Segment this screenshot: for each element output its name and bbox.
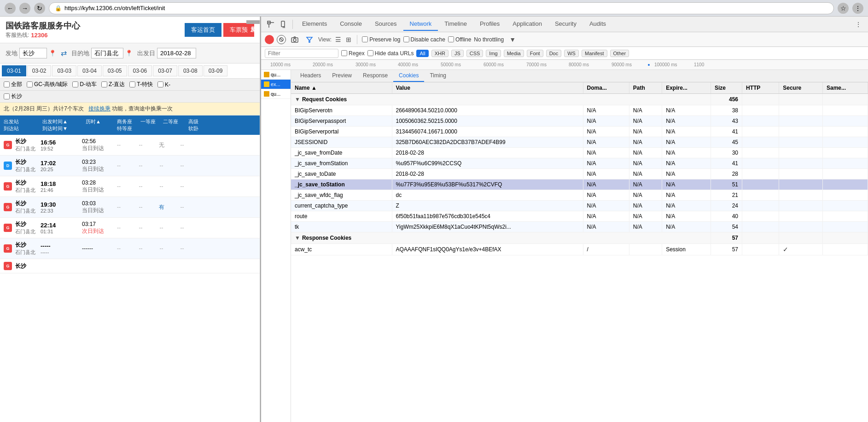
to-input[interactable] — [91, 48, 123, 58]
camera-icon[interactable] — [289, 34, 301, 46]
cookie-row[interactable]: current_captcha_type Z N/AN/AN/A 24 — [291, 201, 868, 211]
view-list-button[interactable]: ☰ — [334, 35, 342, 44]
view-grid-button[interactable]: ⊞ — [345, 35, 352, 44]
tab-sources[interactable]: Sources — [368, 17, 403, 31]
filter-d[interactable]: D-动车 — [72, 81, 97, 88]
cookie-row[interactable]: _jc_save_fromDate 2018-02-28 N/AN/AN/A 3… — [291, 148, 868, 158]
tab-elements[interactable]: Elements — [296, 17, 333, 31]
tab-profiles[interactable]: Profiles — [473, 17, 506, 31]
cookie-row[interactable]: BIGipServerotn 2664890634.50210.0000 N/A… — [291, 105, 868, 116]
train-row[interactable]: G 长沙 — [0, 259, 260, 273]
train-row[interactable]: G 长沙石门县北 16:5619:52 02:56当日到达 -- -- 无 -- — [0, 135, 260, 156]
filter-input[interactable] — [265, 49, 338, 58]
filter-type-media[interactable]: Media — [504, 50, 524, 57]
cookie-row[interactable]: JSESSIONID 325B7D60AEC382DA2DCB37B7ADEF4… — [291, 137, 868, 148]
date-tab-5[interactable]: 03-06 — [128, 65, 152, 76]
filter-type-css[interactable]: CSS — [466, 50, 484, 57]
disable-cache-checkbox[interactable]: Disable cache — [403, 36, 445, 43]
filter-z[interactable]: Z-直达 — [101, 81, 125, 88]
timeline-indicator — [648, 64, 650, 66]
cookie-row[interactable]: route 6f50b51faa11b987e576cdb301e545c4 N… — [291, 211, 868, 222]
cookie-row[interactable]: _jc_save_toDate 2018-02-28 N/AN/AN/A 28 — [291, 169, 868, 179]
more-tabs-button[interactable]: ⋮ — [852, 18, 864, 30]
filter-type-ws[interactable]: WS — [564, 50, 579, 57]
cookie-value: 6f50b51faa11b987e576cdb301e545c4 — [392, 211, 583, 222]
tab-timeline[interactable]: Timeline — [438, 17, 473, 31]
offline-checkbox[interactable]: Offline — [448, 36, 471, 43]
filter-type-font[interactable]: Font — [527, 50, 543, 57]
feedback-btn[interactable]: 意见反 — [246, 20, 260, 24]
tab-console[interactable]: Console — [333, 17, 368, 31]
filter-t[interactable]: T-特快 — [129, 81, 153, 88]
date-tab-7[interactable]: 03-08 — [178, 65, 203, 76]
filter-type-xhr[interactable]: XHR — [431, 50, 449, 57]
subtab-headers[interactable]: Headers — [295, 70, 326, 82]
col-size: Size — [711, 82, 742, 94]
filter-type-doc[interactable]: Doc — [546, 50, 562, 57]
record-button[interactable] — [265, 35, 274, 44]
nav-btn-ticket[interactable]: 车票预 — [223, 23, 254, 37]
date-input[interactable] — [157, 48, 196, 58]
filter-type-all[interactable]: All — [416, 50, 428, 57]
cookie-row[interactable]: BIGipServerportal 3134456074.16671.0000 … — [291, 127, 868, 137]
filter-type-img[interactable]: Img — [486, 50, 501, 57]
cookie-row[interactable]: _jc_save_wfdc_flag dc N/AN/AN/A 21 — [291, 190, 868, 201]
cookie-domain: N/A — [583, 105, 629, 116]
request-item-2[interactable]: qu... — [261, 89, 291, 99]
cookie-row-highlight[interactable]: _jc_save_toStation %u77F3%u95E8%u53BF%u5… — [291, 179, 868, 190]
swap-icon[interactable]: ⇄ — [61, 49, 67, 58]
hide-data-urls-checkbox[interactable]: Hide data URLs — [367, 50, 414, 57]
date-tab-1[interactable]: 03-02 — [27, 65, 52, 76]
nav-btn-passenger[interactable]: 客运首页 — [185, 23, 221, 37]
tab-network[interactable]: Network — [403, 17, 438, 31]
train-row[interactable]: G 长沙石门县北 18:1821:46 03:28当日到达 -- -- -- -… — [0, 176, 260, 197]
cookie-row[interactable]: BIGipServerpassport 1005060362.50215.000… — [291, 116, 868, 127]
filter-icon[interactable] — [303, 34, 315, 46]
bookmark-button[interactable]: ☆ — [838, 3, 849, 14]
response-cookie-row[interactable]: acw_tc AQAAAFQNF1sIQQ0AgYs1e/e3v+4BEfAX … — [291, 244, 868, 255]
from-input[interactable] — [19, 48, 47, 58]
filter-type-other[interactable]: Other — [610, 50, 629, 57]
device-icon[interactable] — [278, 18, 290, 30]
train-row[interactable]: G 长沙石门县北 19:3022:33 03:03当日到达 -- -- 有 -- — [0, 197, 260, 218]
refresh-button[interactable]: ↻ — [34, 3, 45, 14]
date-tab-6[interactable]: 03-07 — [153, 65, 177, 76]
date-tab-2[interactable]: 03-03 — [52, 65, 76, 76]
col-name[interactable]: Name ▲ — [291, 82, 392, 94]
regex-checkbox[interactable]: Regex — [341, 50, 365, 57]
train-row[interactable]: D 长沙石门县北 17:0220:25 03:23当日到达 -- -- -- -… — [0, 156, 260, 176]
train-row[interactable]: G 长沙石门县北 ---------- ------ -- -- -- -- — [0, 238, 260, 259]
date-tab-4[interactable]: 03-05 — [103, 65, 127, 76]
request-item-1[interactable]: ex... — [261, 80, 291, 89]
subtab-preview[interactable]: Preview — [326, 70, 357, 82]
date-tab-0[interactable]: 03-01 — [2, 65, 26, 76]
date-tab-3[interactable]: 03-04 — [77, 65, 102, 76]
subtab-response[interactable]: Response — [357, 70, 393, 82]
request-item-0[interactable]: qu... — [261, 70, 291, 80]
transfer-link[interactable]: 接续换乘 — [88, 105, 111, 112]
inspect-icon[interactable] — [265, 18, 277, 30]
date-tabs: 03-01 03-02 03-03 03-04 03-05 03-06 03-0… — [0, 64, 260, 79]
filter-all[interactable]: 全部 — [4, 81, 22, 88]
filter-type-manifest[interactable]: Manifest — [582, 50, 607, 57]
tab-audits[interactable]: Audits — [583, 17, 612, 31]
tab-security[interactable]: Security — [548, 17, 583, 31]
filter-k[interactable]: K- — [157, 81, 170, 88]
preserve-log-checkbox[interactable]: Preserve log — [362, 36, 400, 43]
stop-button[interactable] — [277, 35, 286, 44]
subtab-cookies[interactable]: Cookies — [393, 70, 424, 82]
address-bar[interactable]: 🔒 https://kyfw.12306.cn/otn/leftTicket/i… — [49, 2, 834, 14]
filter-gc[interactable]: GC-高铁/城际 — [27, 81, 68, 88]
filter-changsha[interactable]: 长沙 — [4, 92, 22, 100]
menu-button[interactable]: ⋮ — [852, 3, 863, 14]
forward-button[interactable]: → — [19, 3, 30, 14]
cookie-row[interactable]: _jc_save_fromStation %u957F%u6C99%2CCSQ … — [291, 158, 868, 169]
throttle-dropdown[interactable]: ▼ — [507, 34, 518, 46]
tab-application[interactable]: Application — [506, 17, 548, 31]
subtab-timing[interactable]: Timing — [424, 70, 452, 82]
cookie-row[interactable]: tk YigWm25XkkpiE6M8qX1aCuo4tKPNt5qWs2i..… — [291, 222, 868, 232]
date-tab-8[interactable]: 03-09 — [204, 65, 228, 76]
filter-type-js[interactable]: JS — [451, 50, 464, 57]
back-button[interactable]: ← — [5, 3, 16, 14]
train-row[interactable]: G 长沙石门县北 22:1401:31 03:17次日到达 -- -- -- -… — [0, 218, 260, 238]
